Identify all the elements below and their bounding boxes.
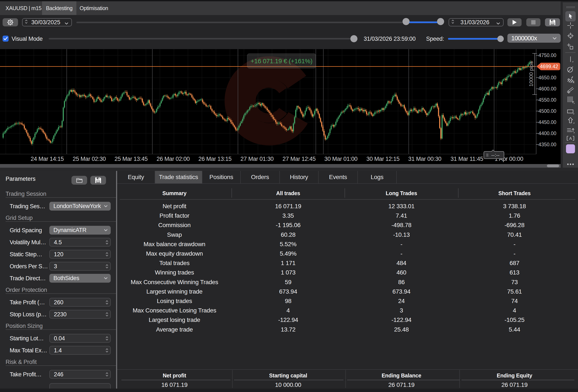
svg-text:--:--: --:-- — [491, 152, 500, 158]
svg-text:4699.42: 4699.42 — [540, 64, 558, 69]
svg-text:A: A — [569, 136, 572, 141]
svg-text:+16 071.19 € (+161%): +16 071.19 € (+161%) — [251, 57, 313, 65]
svg-text:E: E — [573, 81, 575, 84]
svg-text:F: F — [573, 101, 574, 104]
